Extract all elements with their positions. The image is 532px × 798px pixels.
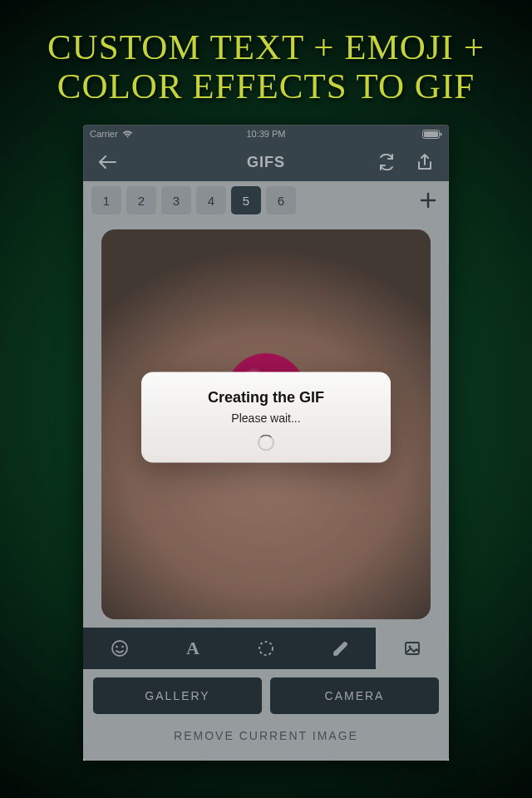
remove-image-button[interactable]: REMOVE CURRENT IMAGE bbox=[83, 721, 449, 761]
text-tool[interactable]: A bbox=[156, 628, 229, 669]
frame-tab-5[interactable]: 5 bbox=[231, 186, 261, 214]
svg-point-5 bbox=[121, 646, 124, 648]
back-button[interactable] bbox=[95, 150, 120, 175]
gallery-button[interactable]: GALLERY bbox=[93, 677, 262, 714]
source-action-row: GALLERY CAMERA bbox=[83, 669, 449, 721]
svg-point-8 bbox=[409, 646, 411, 648]
svg-point-6 bbox=[259, 642, 273, 655]
spinner-icon bbox=[258, 434, 274, 451]
phone-frame: Carrier 10:39 PM GIFS 1 2 3 bbox=[83, 125, 449, 761]
add-frame-button[interactable] bbox=[416, 192, 441, 209]
status-bar: Carrier 10:39 PM bbox=[83, 125, 449, 143]
refresh-button[interactable] bbox=[374, 150, 399, 175]
promo-headline: CUSTOM TEXT + EMOJI + COLOR EFFECTS TO G… bbox=[17, 27, 515, 106]
image-tool[interactable] bbox=[376, 628, 449, 669]
frame-tab-1[interactable]: 1 bbox=[91, 186, 121, 214]
frame-selector-row: 1 2 3 4 5 6 bbox=[83, 181, 449, 219]
frame-tab-4[interactable]: 4 bbox=[196, 186, 226, 214]
status-time: 10:39 PM bbox=[83, 129, 449, 139]
nav-bar: GIFS bbox=[83, 143, 449, 181]
frame-tab-2[interactable]: 2 bbox=[126, 186, 156, 214]
frame-tab-3[interactable]: 3 bbox=[161, 186, 191, 214]
svg-point-4 bbox=[116, 646, 118, 648]
camera-button[interactable]: CAMERA bbox=[270, 677, 439, 714]
promo-banner: CUSTOM TEXT + EMOJI + COLOR EFFECTS TO G… bbox=[0, 0, 532, 125]
dialog-subtitle: Please wait... bbox=[150, 411, 382, 424]
svg-point-3 bbox=[112, 641, 127, 656]
dialog-title: Creating the GIF bbox=[150, 388, 382, 406]
editor-toolbar: A bbox=[83, 628, 449, 669]
brush-tool[interactable] bbox=[303, 628, 376, 669]
share-button[interactable] bbox=[412, 150, 437, 175]
frame-tab-6[interactable]: 6 bbox=[266, 186, 296, 214]
emoji-tool[interactable] bbox=[83, 628, 156, 669]
color-tool[interactable] bbox=[229, 628, 303, 669]
svg-rect-7 bbox=[406, 643, 419, 654]
progress-dialog: Creating the GIF Please wait... bbox=[141, 372, 391, 462]
